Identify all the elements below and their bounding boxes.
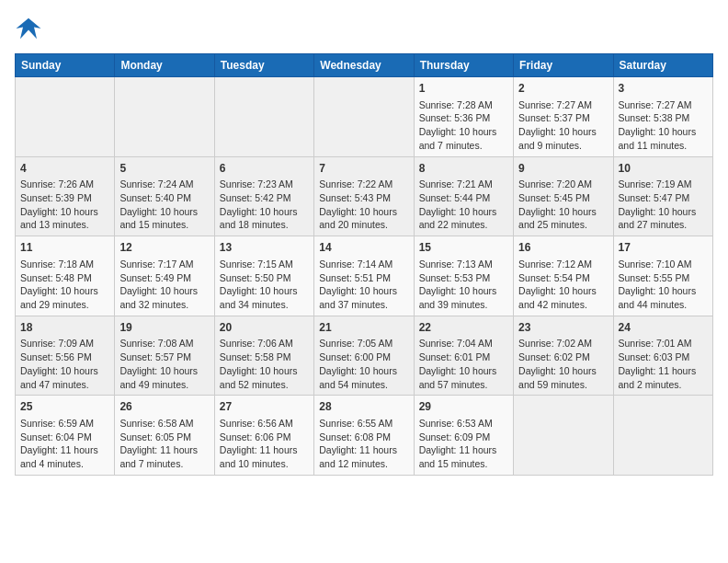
calendar-day-cell: 24Sunrise: 7:01 AMSunset: 6:03 PMDayligh… [613,316,712,396]
day-info: Sunset: 6:00 PM [319,350,408,364]
day-info: and 49 minutes. [119,378,209,392]
day-info: and 18 minutes. [220,218,309,232]
day-info: and 9 minutes. [518,139,608,153]
calendar-day-cell: 2Sunrise: 7:27 AMSunset: 5:37 PMDaylight… [514,77,613,157]
day-info: and 12 minutes. [319,457,408,471]
calendar-day-cell [214,77,313,157]
day-info: Sunrise: 6:56 AM [220,417,309,431]
day-of-week-header: Thursday [414,54,513,77]
day-info: Daylight: 10 hours [20,205,109,219]
day-info: and 7 minutes. [119,457,209,471]
day-number: 12 [119,240,209,256]
calendar-day-cell: 19Sunrise: 7:08 AMSunset: 5:57 PMDayligh… [115,316,214,396]
day-of-week-header: Sunday [16,54,115,77]
day-info: Sunset: 5:51 PM [319,271,408,285]
day-info: Daylight: 10 hours [619,125,708,139]
day-info: Daylight: 10 hours [518,364,608,378]
day-info: and 27 minutes. [619,218,708,232]
page-header [15,15,713,42]
day-info: and 32 minutes. [119,298,209,312]
day-info: Daylight: 10 hours [119,284,209,298]
day-info: Sunrise: 7:05 AM [319,337,408,350]
day-info: Sunset: 5:40 PM [119,191,209,205]
day-info: Sunrise: 7:14 AM [319,258,408,271]
calendar-day-cell: 9Sunrise: 7:20 AMSunset: 5:45 PMDaylight… [514,156,613,236]
day-of-week-header: Monday [115,54,214,77]
day-info: Sunrise: 6:53 AM [419,417,508,431]
day-number: 18 [20,320,109,336]
day-number: 19 [119,320,209,336]
day-info: Sunset: 5:43 PM [319,191,408,205]
day-of-week-header: Tuesday [214,54,313,77]
day-info: Sunrise: 7:21 AM [419,178,508,191]
calendar-day-cell [115,77,214,157]
day-info: and 34 minutes. [220,298,309,312]
day-info: Sunset: 5:48 PM [20,271,109,285]
day-number: 9 [518,161,608,177]
day-info: and 11 minutes. [619,139,708,153]
calendar-day-cell: 11Sunrise: 7:18 AMSunset: 5:48 PMDayligh… [16,236,115,316]
calendar-day-cell: 3Sunrise: 7:27 AMSunset: 5:38 PMDaylight… [613,77,712,157]
day-number: 4 [20,161,109,177]
day-info: Daylight: 10 hours [518,205,608,219]
day-info: Sunrise: 7:18 AM [20,258,109,271]
day-info: Sunset: 5:58 PM [220,350,309,364]
day-of-week-header: Saturday [613,54,712,77]
calendar-day-cell: 13Sunrise: 7:15 AMSunset: 5:50 PMDayligh… [214,236,313,316]
day-info: Sunset: 6:01 PM [419,350,508,364]
day-info: Sunset: 6:05 PM [119,431,209,444]
logo [15,15,46,42]
day-info: Sunrise: 7:23 AM [220,178,309,191]
day-info: Daylight: 11 hours [20,443,109,457]
day-info: Sunset: 5:57 PM [119,350,209,364]
day-info: Sunrise: 7:27 AM [619,98,708,112]
day-info: and 57 minutes. [419,378,508,392]
day-info: and 13 minutes. [20,218,109,232]
day-info: Sunrise: 7:28 AM [419,98,508,112]
day-info: Daylight: 10 hours [220,205,309,219]
calendar-day-cell: 5Sunrise: 7:24 AMSunset: 5:40 PMDaylight… [115,156,214,236]
day-number: 24 [619,320,708,336]
calendar-day-cell: 18Sunrise: 7:09 AMSunset: 5:56 PMDayligh… [16,316,115,396]
day-info: Daylight: 10 hours [220,364,309,378]
day-info: Daylight: 10 hours [119,364,209,378]
calendar-day-cell: 25Sunrise: 6:59 AMSunset: 6:04 PMDayligh… [16,396,115,476]
day-number: 3 [619,81,708,97]
day-info: and 25 minutes. [518,218,608,232]
day-info: and 47 minutes. [20,378,109,392]
day-info: Daylight: 11 hours [220,443,309,457]
day-number: 20 [220,320,309,336]
day-number: 28 [319,399,408,415]
calendar-day-cell: 1Sunrise: 7:28 AMSunset: 5:36 PMDaylight… [414,77,513,157]
calendar-day-cell: 21Sunrise: 7:05 AMSunset: 6:00 PMDayligh… [314,316,414,396]
calendar-day-cell [613,396,712,476]
day-info: Sunset: 5:37 PM [518,111,608,125]
day-info: Sunset: 5:54 PM [518,271,608,285]
day-info: Sunset: 6:09 PM [419,431,508,444]
calendar-week-row: 11Sunrise: 7:18 AMSunset: 5:48 PMDayligh… [16,236,713,316]
day-info: Sunset: 5:56 PM [20,350,109,364]
calendar-day-cell: 22Sunrise: 7:04 AMSunset: 6:01 PMDayligh… [414,316,513,396]
calendar-header-row: SundayMondayTuesdayWednesdayThursdayFrid… [16,54,713,77]
day-info: Sunset: 5:49 PM [119,271,209,285]
day-number: 27 [220,399,309,415]
calendar-table: SundayMondayTuesdayWednesdayThursdayFrid… [15,53,713,476]
calendar-day-cell: 14Sunrise: 7:14 AMSunset: 5:51 PMDayligh… [314,236,414,316]
day-info: Sunrise: 7:10 AM [619,258,708,271]
day-info: Sunrise: 7:01 AM [619,337,708,350]
day-info: and 52 minutes. [220,378,309,392]
calendar-day-cell: 16Sunrise: 7:12 AMSunset: 5:54 PMDayligh… [514,236,613,316]
day-number: 1 [419,81,508,97]
day-info: Sunset: 5:42 PM [220,191,309,205]
day-info: Daylight: 10 hours [20,284,109,298]
day-number: 15 [419,240,508,256]
calendar-day-cell: 10Sunrise: 7:19 AMSunset: 5:47 PMDayligh… [613,156,712,236]
day-info: Sunrise: 7:15 AM [220,258,309,271]
day-number: 14 [319,240,408,256]
calendar-week-row: 4Sunrise: 7:26 AMSunset: 5:39 PMDaylight… [16,156,713,236]
day-info: Sunset: 5:39 PM [20,191,109,205]
calendar-day-cell [16,77,115,157]
day-info: and 29 minutes. [20,298,109,312]
day-info: Sunset: 5:44 PM [419,191,508,205]
day-info: and 37 minutes. [319,298,408,312]
